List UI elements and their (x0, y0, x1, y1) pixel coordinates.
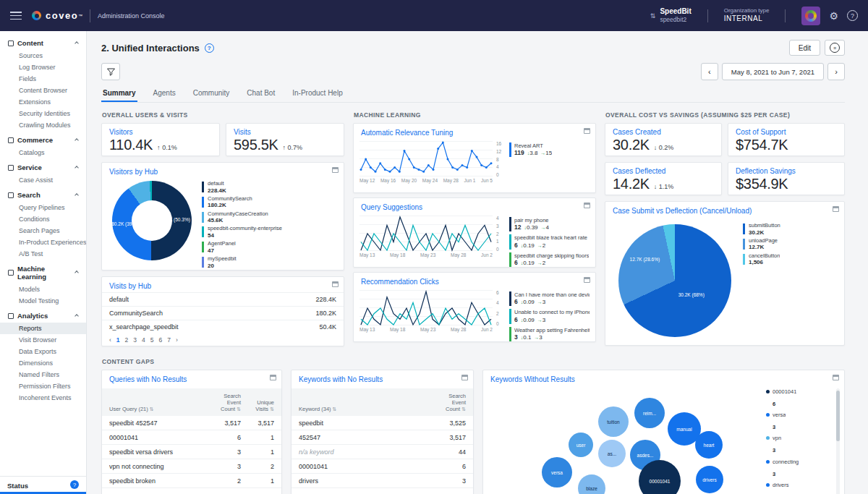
card-options-icon[interactable] (332, 167, 339, 173)
sidebar-section-header-search[interactable]: Search (0, 186, 86, 202)
column-header[interactable]: User Query (21)⇅ (109, 406, 203, 413)
keyword-bubble[interactable]: versa (542, 457, 572, 487)
line-chart[interactable] (359, 290, 493, 326)
page-number[interactable]: 3 (133, 336, 137, 344)
tab[interactable]: In-Product Help (291, 88, 344, 102)
gear-icon[interactable]: ⚙ (829, 10, 838, 22)
sidebar-item[interactable]: Security Identities (0, 108, 86, 119)
legend-item[interactable]: connecting 3 (766, 459, 828, 479)
line-chart[interactable] (359, 216, 493, 252)
metric-list-item[interactable]: speedbit charge skipping floors 6↓0.19→2 (509, 252, 590, 267)
visitors-donut-chart[interactable]: 228.4K (50.3%) 180.2K (39.7%) (112, 181, 192, 260)
sidebar-item[interactable]: Extensions (0, 96, 86, 108)
legend-item[interactable]: mySpeedbit 20 (202, 256, 336, 269)
column-header[interactable]: UniqueVisits⇅ (241, 399, 274, 413)
case-pie-chart[interactable]: 30.2K (68%) 12.7K (28.6%) (618, 224, 731, 337)
keyword-bubble-chart[interactable]: tuitionreim...manualuseras...asdes...hea… (505, 387, 773, 494)
table-row[interactable]: 00001041 6 1 (102, 430, 281, 445)
line-chart[interactable] (359, 141, 493, 177)
keyword-bubble[interactable]: heart (695, 431, 723, 459)
org-switcher[interactable]: ⇅ SpeedBit speedbit2 (650, 7, 692, 23)
table-row[interactable]: 00001041 6 (292, 459, 473, 474)
card-options-icon[interactable] (584, 277, 590, 283)
metric-list-item[interactable]: Unable to connect to my iPhone 6↓0.09→3 (509, 309, 590, 323)
sidebar-item[interactable]: Visit Browser (0, 334, 86, 346)
sidebar-item[interactable]: Named Filters (0, 369, 86, 380)
title-help-icon[interactable]: ? (205, 43, 214, 53)
tab[interactable]: Chat Bot (245, 88, 276, 102)
legend-item[interactable]: submitButton 30.2K (743, 223, 837, 236)
sidebar-item[interactable]: Conditions (0, 213, 86, 225)
legend-item[interactable]: CommunitySearch 180.2K (202, 196, 336, 209)
tab[interactable]: Agents (152, 88, 177, 102)
table-row[interactable]: drivers 3 (292, 474, 473, 488)
keyword-bubble[interactable]: tuition (598, 406, 629, 437)
sidebar-section-header-service[interactable]: Service (0, 158, 86, 174)
table-row[interactable]: CommunitySearch180.2K (102, 306, 344, 320)
sidebar-item[interactable]: Sources (0, 50, 86, 61)
card-options-icon[interactable] (833, 375, 839, 380)
table-row[interactable]: speedbit 3,525 (292, 416, 473, 430)
keyword-bubble[interactable]: user (569, 433, 593, 457)
column-header[interactable]: SearchEventCount⇅ (203, 393, 241, 414)
keyword-bubble[interactable]: 00001041 (639, 460, 681, 494)
legend-item[interactable]: speedbit-community-enterprise 54 (202, 226, 336, 239)
date-range-picker[interactable]: May 8, 2021 to Jun 7, 2021 (722, 63, 824, 80)
metric-list-item[interactable]: pair my phone 12↓0.39→4 (509, 217, 590, 231)
page-previous-icon[interactable]: ‹ (109, 336, 111, 344)
legend-item[interactable]: default 228.4K (202, 181, 336, 194)
sidebar-section-header-analytics[interactable]: Analytics (0, 307, 86, 323)
sidebar-item[interactable]: Reports (0, 323, 86, 334)
next-period-button[interactable]: › (827, 63, 845, 80)
keyword-bubble[interactable]: as... (598, 440, 626, 467)
sidebar-item[interactable]: Incoherent Events (0, 392, 86, 404)
table-row[interactable]: speedbit 452547 3,517 3,517 (102, 416, 281, 430)
legend-item[interactable]: 00001041 6 (766, 388, 828, 409)
tab[interactable]: Summary (101, 88, 137, 102)
sidebar-item[interactable]: Query Pipelines (0, 202, 86, 213)
card-options-icon[interactable] (584, 128, 590, 134)
table-row[interactable]: x_searchpage_speedbit50.4K (102, 320, 344, 333)
tab[interactable]: Community (192, 88, 231, 102)
table-row[interactable]: n/a keyword 44 (292, 445, 473, 459)
sidebar-item[interactable]: Log Browser (0, 61, 86, 73)
sidebar-section-header-content[interactable]: Content (0, 34, 86, 50)
legend-item[interactable]: drivers 3 (766, 482, 828, 494)
sidebar-item[interactable]: Dimensions (0, 357, 86, 369)
sidebar-item[interactable]: Case Assist (0, 174, 86, 186)
sidebar-item[interactable]: In-Product Experiences (0, 237, 86, 248)
sidebar-item[interactable]: Models (0, 284, 86, 295)
card-options-icon[interactable] (461, 375, 468, 380)
sidebar-item[interactable]: A/B Test (0, 248, 86, 260)
table-row[interactable]: speedbit versa drivers 3 1 (102, 445, 281, 459)
table-row[interactable]: default228.4K (102, 292, 344, 306)
metric-list-item[interactable]: Reveal ART 119↓3.8→15 (509, 142, 590, 157)
card-options-icon[interactable] (270, 375, 276, 380)
legend-item[interactable]: versa 3 (766, 412, 828, 432)
sidebar-item[interactable]: Crawling Modules (0, 119, 86, 131)
metric-list-item[interactable]: speedbit blaze track heart rate 6↓0.19→2 (509, 234, 590, 249)
keyword-bubble[interactable]: blaze (578, 474, 605, 494)
page-number[interactable]: 6 (159, 336, 163, 344)
sidebar-item[interactable]: Content Browser (0, 85, 86, 96)
legend-item[interactable]: vpn 3 (766, 435, 828, 455)
sidebar-item[interactable]: Fields (0, 73, 86, 85)
menu-icon[interactable] (10, 12, 22, 20)
status-help-icon[interactable]: ? (70, 480, 79, 489)
sidebar-item[interactable]: Permission Filters (0, 380, 86, 392)
legend-item[interactable]: AgentPanel 47 (202, 241, 336, 254)
page-number[interactable]: 4 (142, 336, 145, 344)
table-row[interactable]: 452547 3,517 (292, 430, 473, 445)
legend-item[interactable]: CommunityCaseCreation 45.6K (202, 211, 336, 224)
dashboard-options-button[interactable]: ≡ (825, 40, 845, 56)
sidebar-item[interactable]: Model Testing (0, 295, 86, 307)
previous-period-button[interactable]: ‹ (701, 63, 718, 80)
page-next-icon[interactable]: › (176, 336, 178, 344)
scrollbar-thumb[interactable] (836, 391, 840, 441)
legend-item[interactable]: cancelButton 1,506 (743, 253, 837, 266)
help-icon[interactable]: ? (847, 10, 858, 21)
sidebar-item[interactable]: Data Exports (0, 346, 86, 357)
keyword-bubble[interactable]: reim... (634, 398, 665, 428)
sidebar-item[interactable]: Catalogs (0, 147, 86, 158)
card-options-icon[interactable] (833, 206, 839, 212)
